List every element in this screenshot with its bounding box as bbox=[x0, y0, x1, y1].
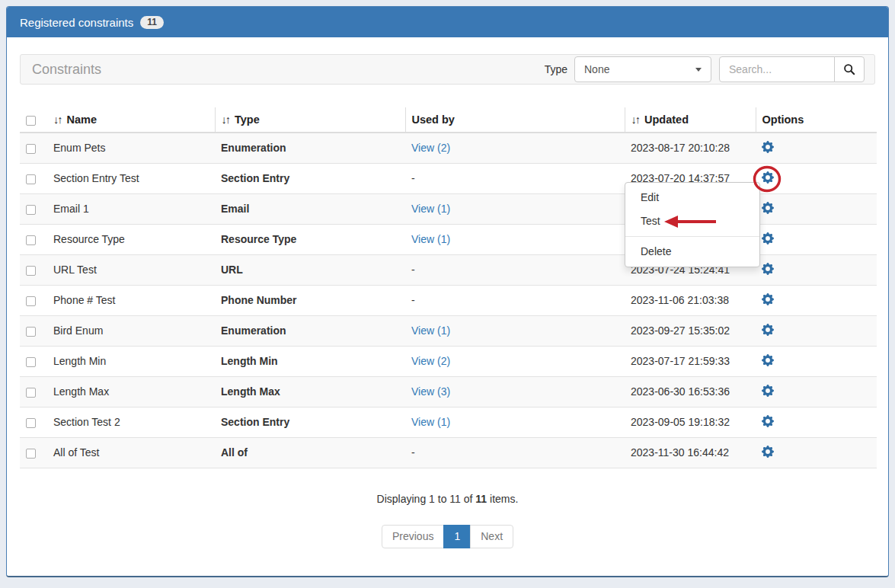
registered-constraints-panel: Registered constraints 11 Constraints Ty… bbox=[6, 6, 889, 577]
constraint-type: Enumeration bbox=[215, 315, 405, 346]
row-checkbox[interactable] bbox=[26, 296, 36, 306]
constraint-name: Length Max bbox=[47, 376, 215, 407]
header-options: Options bbox=[756, 107, 877, 133]
used-by-view-link[interactable]: View (1) bbox=[411, 416, 450, 428]
options-gear-button[interactable] bbox=[762, 171, 774, 184]
used-by-view-link[interactable]: View (1) bbox=[411, 203, 450, 215]
updated-timestamp: 2023-11-30 16:44:42 bbox=[625, 437, 756, 468]
count-badge: 11 bbox=[140, 16, 164, 29]
constraint-type: Section Entry bbox=[215, 407, 405, 437]
table-header-row: ↓↑Name ↓↑Type Used by ↓↑Updated Options bbox=[20, 107, 877, 133]
used-by-none: - bbox=[411, 172, 415, 184]
constraint-name: Section Entry Test bbox=[47, 163, 215, 193]
panel-title: Registered constraints bbox=[20, 16, 133, 29]
row-checkbox[interactable] bbox=[26, 327, 36, 337]
updated-timestamp: 2023-09-27 15:35:02 bbox=[625, 315, 756, 346]
row-checkbox[interactable] bbox=[26, 174, 36, 184]
pagination-next[interactable]: Next bbox=[470, 525, 513, 548]
constraint-name: URL Test bbox=[47, 254, 215, 285]
constraint-type: Enumeration bbox=[215, 133, 405, 163]
type-filter-label: Type bbox=[545, 63, 567, 75]
menu-item-test[interactable]: Test bbox=[625, 209, 759, 233]
toolbar-controls: Type None bbox=[545, 56, 865, 82]
panel-heading: Registered constraints 11 bbox=[7, 7, 888, 37]
options-gear-button[interactable] bbox=[762, 385, 774, 397]
row-checkbox[interactable] bbox=[26, 235, 36, 245]
select-all-checkbox[interactable] bbox=[26, 116, 36, 126]
row-checkbox[interactable] bbox=[26, 266, 36, 276]
options-gear-button[interactable] bbox=[762, 141, 774, 153]
pagination-previous[interactable]: Previous bbox=[382, 525, 444, 548]
table-toolbar: Constraints Type None bbox=[20, 54, 875, 85]
constraint-name: Section Test 2 bbox=[47, 407, 215, 437]
table-row: Phone # TestPhone Number-2023-11-06 21:0… bbox=[20, 285, 877, 315]
used-by-none: - bbox=[411, 264, 415, 276]
sort-icon: ↓↑ bbox=[222, 113, 230, 126]
constraint-type: All of bbox=[215, 437, 405, 468]
constraint-name: Phone # Test bbox=[47, 285, 215, 315]
options-gear-button[interactable] bbox=[762, 446, 774, 458]
header-updated[interactable]: ↓↑Updated bbox=[625, 107, 756, 133]
header-type[interactable]: ↓↑Type bbox=[215, 107, 405, 133]
options-gear-button[interactable] bbox=[762, 293, 774, 305]
table-row: Length MaxLength MaxView (3)2023-06-30 1… bbox=[20, 376, 877, 407]
constraint-type: Phone Number bbox=[215, 285, 405, 315]
table-row: All of TestAll of-2023-11-30 16:44:42 bbox=[20, 437, 877, 468]
table-row: Enum PetsEnumerationView (2)2023-08-17 2… bbox=[20, 133, 877, 163]
used-by-view-link[interactable]: View (2) bbox=[411, 355, 450, 367]
used-by-view-link[interactable]: View (3) bbox=[411, 385, 450, 398]
constraint-type: Section Entry bbox=[215, 163, 405, 193]
updated-timestamp: 2023-07-17 21:59:33 bbox=[625, 346, 756, 376]
options-dropdown-menu: Edit Test Delete bbox=[625, 182, 760, 267]
header-used-by: Used by bbox=[405, 107, 625, 133]
constraint-type: Email bbox=[215, 193, 405, 224]
options-gear-button[interactable] bbox=[762, 232, 774, 244]
used-by-view-link[interactable]: View (1) bbox=[411, 233, 450, 245]
header-name[interactable]: ↓↑Name bbox=[47, 107, 215, 133]
row-checkbox[interactable] bbox=[26, 418, 36, 428]
constraint-type: Resource Type bbox=[215, 224, 405, 254]
search-button[interactable] bbox=[834, 56, 865, 82]
menu-item-edit[interactable]: Edit bbox=[625, 186, 759, 209]
table-row: Length MinLength MinView (2)2023-07-17 2… bbox=[20, 346, 877, 376]
search-input[interactable] bbox=[719, 56, 835, 82]
constraint-name: Email 1 bbox=[47, 193, 215, 224]
search-icon bbox=[843, 63, 855, 75]
used-by-view-link[interactable]: View (2) bbox=[411, 142, 450, 154]
row-checkbox[interactable] bbox=[26, 449, 36, 459]
constraints-table: ↓↑Name ↓↑Type Used by ↓↑Updated Options … bbox=[20, 107, 877, 468]
used-by-none: - bbox=[411, 446, 415, 459]
menu-item-delete[interactable]: Delete bbox=[625, 240, 759, 264]
row-checkbox[interactable] bbox=[26, 205, 36, 215]
display-info: Displaying 1 to 11 of 11 items. bbox=[7, 493, 888, 505]
type-select[interactable]: None bbox=[574, 56, 711, 82]
constraint-type: Length Max bbox=[215, 376, 405, 407]
sort-icon: ↓↑ bbox=[631, 113, 640, 126]
chevron-down-icon bbox=[695, 68, 702, 72]
toolbar-title: Constraints bbox=[32, 62, 101, 78]
sort-icon: ↓↑ bbox=[53, 113, 62, 126]
options-gear-button[interactable] bbox=[762, 202, 774, 214]
constraint-type: URL bbox=[215, 254, 405, 285]
updated-timestamp: 2023-06-30 16:53:36 bbox=[625, 376, 756, 407]
options-gear-button[interactable] bbox=[762, 263, 774, 275]
constraint-type: Length Min bbox=[215, 346, 405, 376]
constraint-name: Enum Pets bbox=[47, 133, 215, 163]
row-checkbox[interactable] bbox=[26, 357, 36, 367]
constraint-name: Resource Type bbox=[47, 224, 215, 254]
pagination-page-1[interactable]: 1 bbox=[443, 525, 471, 548]
row-checkbox[interactable] bbox=[26, 144, 36, 154]
constraint-name: All of Test bbox=[47, 437, 215, 468]
used-by-none: - bbox=[411, 294, 415, 306]
options-gear-button[interactable] bbox=[762, 354, 774, 366]
constraint-name: Bird Enum bbox=[47, 315, 215, 346]
options-gear-button[interactable] bbox=[762, 324, 774, 336]
options-gear-button[interactable] bbox=[762, 415, 774, 427]
type-select-value: None bbox=[584, 63, 609, 75]
table-row: Section Test 2Section EntryView (1)2023-… bbox=[20, 407, 877, 437]
used-by-view-link[interactable]: View (1) bbox=[411, 324, 450, 337]
pagination: Previous 1 Next bbox=[7, 525, 888, 548]
row-checkbox[interactable] bbox=[26, 388, 36, 398]
search-group bbox=[719, 56, 865, 82]
updated-timestamp: 2023-08-17 20:10:28 bbox=[625, 133, 756, 163]
